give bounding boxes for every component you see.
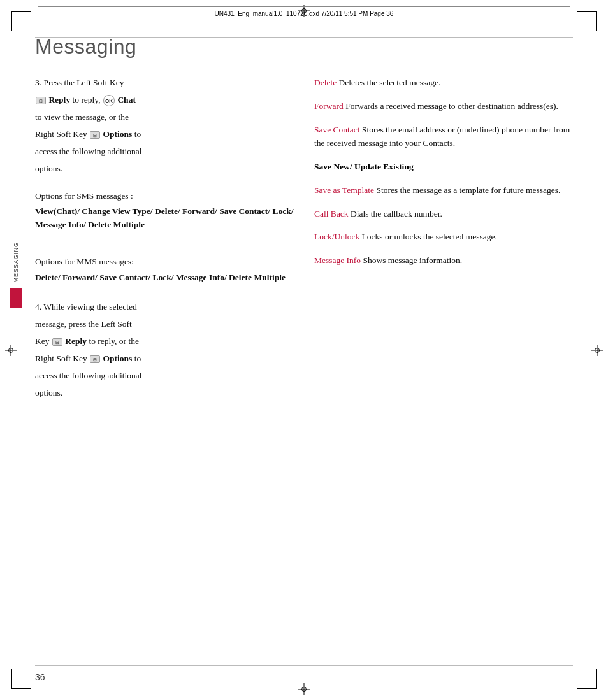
lock-unlock-title: Lock/Unlock	[314, 232, 362, 241]
options-label-4: Options	[103, 354, 133, 363]
header-text: UN431_Eng_manual1.0_110720.qxd 7/20/11 5…	[215, 10, 394, 17]
forward-desc: Forwards a received message to other des…	[345, 101, 558, 111]
left-column: 3. Press the Left Soft Key ⊟ Reply to re…	[35, 76, 294, 414]
step4-line2: message, press the Left Soft	[35, 318, 294, 331]
save-template-desc: Stores the message as a template for fut…	[376, 185, 560, 195]
forward-title: Forward	[314, 101, 345, 111]
reply-label2: Reply	[65, 336, 87, 346]
right-item-lock-unlock: Lock/Unlock Locks or unlocks the selecte…	[314, 231, 573, 244]
options-label-3: Options	[103, 129, 133, 139]
right-item-delete: Delete Deletes the selected message.	[314, 76, 573, 90]
step4-line5: access the following additional	[35, 369, 294, 383]
sms-options-bold: View(Chat)/ Change View Type/ Delete/ Fo…	[35, 205, 294, 232]
sidebar-bar	[10, 288, 22, 308]
step4-line6: options.	[35, 387, 294, 400]
crop-mark-tl	[11, 11, 31, 31]
reg-mark-bottom	[298, 683, 310, 695]
ok-key-icon: OK	[103, 95, 115, 106]
step4-line1: 4. While viewing the selected	[35, 301, 294, 314]
save-template-title: Save as Template	[314, 185, 376, 195]
page-title: Messaging	[35, 35, 573, 59]
save-new-title: Save New/ Update Existing	[314, 162, 414, 171]
main-content: Messaging 3. Press the Left Soft Key ⊟ R…	[35, 35, 573, 662]
right-item-message-info: Message Info Shows message information.	[314, 254, 573, 268]
step3-line6: options.	[35, 162, 294, 176]
crop-mark-tr	[577, 11, 597, 31]
step3-line4: Right Soft Key ⊟ Options to	[35, 128, 294, 141]
right-item-save-new: Save New/ Update Existing	[314, 161, 573, 174]
reply-key2-icon: ⊟	[52, 338, 62, 346]
delete-title: Delete	[314, 78, 339, 87]
delete-desc: Deletes the selected message.	[339, 78, 441, 87]
step3-line2: ⊟ Reply to reply, OK Chat	[35, 94, 294, 107]
columns: 3. Press the Left Soft Key ⊟ Reply to re…	[35, 76, 573, 414]
sidebar: Messaging	[9, 242, 23, 369]
call-back-title: Call Back	[314, 209, 351, 218]
page-number: 36	[35, 672, 45, 682]
mms-options-bold: Delete/ Forward/ Save Contact/ Lock/ Mes…	[35, 271, 294, 285]
right-item-save-template: Save as Template Stores the message as a…	[314, 184, 573, 197]
right-column: Delete Deletes the selected message. For…	[314, 76, 573, 414]
step3-line1: 3. Press the Left Soft Key	[35, 76, 294, 90]
message-info-desc: Shows message information.	[363, 255, 462, 265]
step3-line3: to view the message, or the	[35, 111, 294, 124]
step-4: 4. While viewing the selected message, p…	[35, 301, 294, 400]
sidebar-label: Messaging	[13, 242, 19, 283]
mms-options-text: Delete/ Forward/ Save Contact/ Lock/ Mes…	[35, 273, 286, 282]
message-info-title: Message Info	[314, 255, 363, 265]
reg-mark-right	[591, 345, 603, 356]
mms-options-section: Options for MMS messages: Delete/ Forwar…	[35, 255, 294, 285]
options-key2-icon: ⊟	[90, 355, 100, 363]
header-bar: UN431_Eng_manual1.0_110720.qxd 7/20/11 5…	[38, 6, 570, 20]
reply-label: Reply	[48, 95, 70, 104]
reply-key-icon: ⊟	[36, 97, 46, 104]
right-item-forward: Forward Forwards a received message to o…	[314, 100, 573, 113]
bottom-rule	[35, 665, 573, 666]
step4-line3: Key ⊟ Reply to reply, or the	[35, 335, 294, 348]
sms-options-text: View(Chat)/ Change View Type/ Delete/ Fo…	[35, 206, 293, 229]
crop-mark-br	[577, 669, 597, 689]
save-contact-title: Save Contact	[314, 125, 362, 134]
step4-line4: Right Soft Key ⊟ Options to	[35, 352, 294, 366]
sms-options-section: Options for SMS messages : View(Chat)/ C…	[35, 190, 294, 232]
step-3: 3. Press the Left Soft Key ⊟ Reply to re…	[35, 76, 294, 176]
lock-unlock-desc: Locks or unlocks the selected message.	[362, 232, 497, 241]
chat-label: Chat	[117, 95, 136, 104]
options-key-icon: ⊟	[90, 131, 100, 139]
crop-mark-bl	[11, 669, 31, 689]
right-item-save-contact: Save Contact Stores the email address or…	[314, 124, 573, 150]
call-back-desc: Dials the callback number.	[351, 209, 442, 218]
mms-options-label: Options for MMS messages:	[35, 255, 294, 269]
right-item-call-back: Call Back Dials the callback number.	[314, 208, 573, 221]
sms-options-label: Options for SMS messages :	[35, 190, 294, 203]
step3-line5: access the following additional	[35, 145, 294, 159]
